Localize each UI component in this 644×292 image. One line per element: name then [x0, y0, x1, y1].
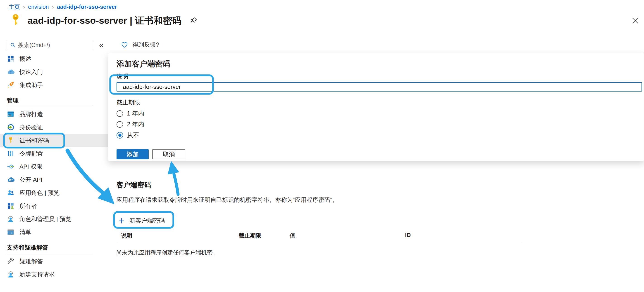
pin-icon[interactable]: [190, 16, 198, 25]
expires-option-2[interactable]: 从不: [116, 131, 644, 139]
radio-unselected-icon[interactable]: [116, 121, 123, 128]
sidebar-item-certificates-secrets[interactable]: 证书和密码: [0, 134, 108, 147]
new-client-secret-label: 新客户端密码: [130, 217, 165, 225]
section-heading: 客户端密码: [116, 180, 530, 190]
sidebar-item-app-roles[interactable]: 应用角色 | 预览: [0, 186, 108, 199]
page-title: aad-idp-for-sso-server | 证书和密码: [28, 14, 182, 27]
sidebar-divider: [7, 106, 93, 106]
integration-assistant-icon: [7, 81, 14, 89]
authentication-icon: [7, 123, 14, 131]
roles-administrators-icon: [7, 215, 14, 223]
expires-radio-group: 1 年内2 年内从不: [116, 109, 644, 139]
dialog-title: 添加客户端密码: [116, 59, 644, 69]
table-divider: [116, 243, 523, 243]
breadcrumb-item[interactable]: aad-idp-for-sso-server: [57, 3, 117, 10]
expires-option-1[interactable]: 2 年内: [116, 120, 644, 129]
key-icon: [10, 13, 22, 28]
breadcrumb-item[interactable]: 主页: [8, 3, 20, 11]
sidebar-item-quickstart[interactable]: 快速入门: [0, 65, 108, 78]
search-input[interactable]: [18, 42, 91, 48]
svg-text:{ }: { }: [8, 232, 12, 234]
sidebar-item-expose-api[interactable]: 公开 API: [0, 173, 108, 186]
sidebar-item-manifest[interactable]: { }清单: [0, 226, 108, 239]
sidebar-item-branding[interactable]: WWW品牌打造: [0, 108, 108, 121]
sidebar-item-overview[interactable]: 概述: [0, 52, 108, 65]
sidebar-search: [7, 40, 94, 50]
breadcrumb-separator: ›: [23, 4, 25, 10]
troubleshooting-icon: [7, 258, 14, 265]
new-client-secret-button[interactable]: 新客户端密码: [116, 215, 168, 227]
page-header: aad-idp-for-sso-server | 证书和密码: [10, 13, 198, 28]
sidebar-item-troubleshooting[interactable]: 疑难解答: [0, 255, 108, 268]
heart-icon: [120, 41, 128, 48]
close-icon[interactable]: [631, 16, 640, 25]
sidebar-divider: [7, 253, 93, 253]
api-permissions-icon: [7, 163, 14, 170]
breadcrumb: 主页›envision›aad-idp-for-sso-server: [8, 3, 117, 11]
dialog-buttons: 添加 取消: [116, 149, 644, 159]
search-icon: [10, 42, 16, 48]
empty-table-message: 尚未为此应用程序创建任何客户端机密。: [116, 249, 530, 256]
column-header: 值: [290, 232, 405, 239]
radio-selected-icon[interactable]: [116, 132, 123, 139]
feedback-button[interactable]: 得到反馈?: [120, 41, 159, 49]
add-client-secret-dialog: 添加客户端密码 说明 截止期限 1 年内2 年内从不 添加 取消: [108, 53, 644, 161]
column-header: 截止期限: [239, 232, 290, 239]
column-header: 说明: [121, 232, 239, 239]
description-input[interactable]: [116, 82, 642, 91]
svg-text:WWW: WWW: [8, 115, 12, 116]
sidebar-section-manage: 管理: [0, 95, 108, 106]
sidebar-item-roles-administrators[interactable]: 角色和管理员 | 预览: [0, 213, 108, 226]
sidebar-section-support: 支持和疑难解答: [0, 242, 108, 253]
token-configuration-icon: [7, 150, 14, 157]
cancel-button[interactable]: 取消: [152, 149, 185, 159]
sidebar-item-api-permissions[interactable]: API 权限: [0, 160, 108, 173]
owners-icon: [7, 202, 14, 210]
sidebar-item-owners[interactable]: 所有者: [0, 199, 108, 213]
expose-api-icon: [7, 176, 14, 184]
sidebar-nav: 概述快速入门集成助手管理WWW品牌打造身份验证证书和密码令牌配置API 权限公开…: [0, 52, 108, 281]
sidebar-item-integration-assistant[interactable]: 集成助手: [0, 78, 108, 91]
certificates-icon: [7, 136, 14, 144]
sidebar-item-authentication[interactable]: 身份验证: [0, 121, 108, 134]
app-window: 主页›envision›aad-idp-for-sso-server aad-i…: [0, 0, 644, 292]
secrets-table-header: 说明截止期限值ID: [116, 232, 530, 239]
breadcrumb-separator: ›: [52, 4, 54, 10]
expires-label: 截止期限: [116, 98, 644, 106]
app-roles-icon: [7, 189, 14, 197]
description-label: 说明: [116, 72, 644, 80]
manifest-icon: { }: [7, 228, 14, 236]
client-secrets-section: 客户端密码 应用程序在请求获取令牌时用来证明自己标识的机密字符串。亦称为“应用程…: [116, 180, 530, 256]
add-button[interactable]: 添加: [116, 149, 149, 159]
sidebar-item-new-support-request[interactable]: 新建支持请求: [0, 268, 108, 281]
sidebar-item-token-configuration[interactable]: 令牌配置: [0, 147, 108, 160]
feedback-label: 得到反馈?: [132, 41, 159, 49]
quickstart-icon: [7, 68, 14, 76]
expires-option-0[interactable]: 1 年内: [116, 109, 644, 118]
branding-icon: WWW: [7, 110, 14, 118]
plus-icon: [118, 217, 125, 224]
section-description: 应用程序在请求获取令牌时用来证明自己标识的机密字符串。亦称为“应用程序密码”。: [116, 196, 530, 204]
new-support-request-icon: [7, 271, 14, 278]
overview-icon: [7, 55, 14, 63]
column-header: ID: [405, 232, 530, 239]
collapse-sidebar-button[interactable]: «: [99, 40, 104, 50]
radio-unselected-icon[interactable]: [116, 110, 123, 117]
breadcrumb-item[interactable]: envision: [28, 3, 49, 10]
